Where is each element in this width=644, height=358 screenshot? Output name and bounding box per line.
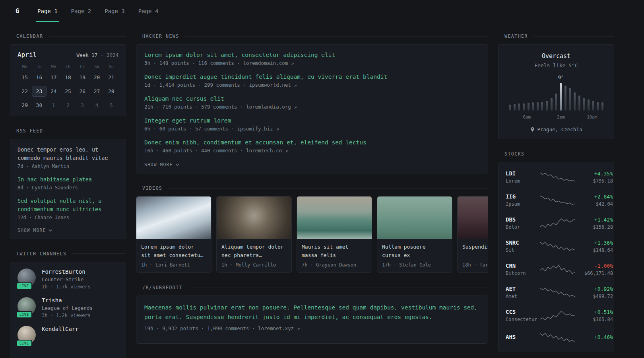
video-card[interactable]: Mauris sit amet massa felis 7h · Grayson… — [297, 196, 372, 273]
hn-domain-link[interactable]: loremlandia.org ↗ — [246, 104, 297, 110]
stock-symbol: AET — [506, 286, 540, 292]
stock-name: Bitcorn — [506, 270, 540, 276]
rss-show-more-label: SHOW MORE — [17, 228, 46, 233]
stock-row[interactable]: AHS +0.46% — [499, 327, 614, 348]
stocks-section: STOCKS LDI Lorem +4.35% $795.18 IIG — [498, 151, 614, 352]
video-card[interactable]: Lorem ipsum dolor sit amet consectetu… 1… — [136, 196, 211, 273]
hn-show-more-button[interactable]: SHOW MORE — [144, 162, 179, 167]
twitch-channel[interactable]: LIVE KendallCarr — [17, 326, 118, 344]
twitch-channel[interactable]: LIVE Trisha League of Legends 3h · 1.2k … — [17, 297, 118, 318]
hn-item-title[interactable]: Lorem ipsum dolor sit amet, consectetur … — [144, 52, 480, 58]
channel-game: Counter-Strike — [42, 276, 91, 282]
calendar-week-year: Week 17 · 2024 — [77, 52, 118, 58]
hn-meta-text: 6h · 60 points · 57 comments · — [144, 126, 237, 132]
hn-meta-text: 16h · 468 points · 440 comments · — [144, 148, 246, 154]
chevron-down-icon — [48, 229, 52, 232]
calendar-day: 2 — [61, 100, 75, 110]
calendar-dow: Fr — [75, 64, 89, 69]
hn-item-title[interactable]: Donec enim nibh, condimentum et accumsan… — [144, 139, 480, 146]
rss-item[interactable]: Donec tempor eros leo, ut commodo mauris… — [17, 146, 118, 169]
rss-item-title[interactable]: In hac habitasse platea — [17, 175, 118, 184]
rss-item-title[interactable]: Donec tempor eros leo, ut commodo mauris… — [17, 146, 118, 162]
rss-item[interactable]: Sed volutpat nulla nisl, a condimentum n… — [17, 197, 118, 220]
calendar-grid: Mo Tu We Th Fr Sa Su 15 16 17 18 19 20 2… — [17, 64, 118, 110]
tab-page-4[interactable]: Page 4 — [137, 0, 160, 22]
calendar-dow: We — [47, 64, 61, 69]
hn-item: Lorem ipsum dolor sit amet, consectetur … — [144, 52, 480, 66]
stock-name: Amet — [506, 294, 540, 299]
stock-sparkline — [540, 240, 575, 252]
stock-symbol: CCS — [506, 309, 540, 315]
video-title: Mauris sit amet massa felis — [302, 243, 367, 260]
app-logo[interactable]: G — [10, 0, 28, 22]
video-thumbnail — [458, 197, 488, 239]
reddit-domain-link[interactable]: loremnet.xyz ↗ — [258, 325, 300, 331]
rss-show-more-button[interactable]: SHOW MORE — [17, 228, 52, 233]
calendar-dow: Mo — [17, 64, 32, 69]
calendar-month: April — [17, 51, 37, 58]
stock-row[interactable]: IIG Ipsum +2.84% $42.04 — [499, 189, 614, 212]
stock-price: $165.84 — [575, 317, 613, 322]
live-badge: LIVE — [16, 282, 32, 290]
hn-item-title[interactable]: Integer eget rutrum lorem — [144, 117, 480, 124]
stock-row[interactable]: CCS Consectetur +0.51% $165.84 — [499, 304, 614, 327]
calendar-day: 20 — [89, 72, 104, 82]
stock-price: $66,171.48 — [575, 270, 613, 276]
stock-row[interactable]: AET Amet +0.92% $499.72 — [499, 281, 614, 304]
hn-domain-link[interactable]: ipsumify.biz ↗ — [237, 126, 279, 132]
stock-row[interactable]: DBS Dolor +1.42% $156.28 — [499, 212, 614, 235]
video-card[interactable]: Nullam posuere cursus ex 17h · Stefan Co… — [377, 196, 452, 273]
tab-page-2[interactable]: Page 2 — [70, 0, 93, 22]
stock-name: Ipsum — [506, 201, 540, 207]
video-card[interactable]: Suspendisse diam 18h · Tara — [457, 196, 488, 273]
avatar: LIVE — [17, 326, 36, 344]
hn-domain-link[interactable]: loremdomain.com ↗ — [243, 60, 294, 66]
calendar-day: 1 — [47, 100, 61, 110]
tab-page-3[interactable]: Page 3 — [103, 0, 126, 22]
hn-meta-text: 3h · 148 points · 116 comments · — [144, 60, 243, 66]
calendar-day: 19 — [75, 72, 89, 82]
stock-sparkline — [540, 217, 575, 229]
stock-symbol: DBS — [506, 216, 540, 223]
stock-price: $148.64 — [575, 247, 613, 253]
hn-item-title[interactable]: Aliquam nec cursus elit — [144, 95, 480, 102]
calendar-day: 26 — [75, 86, 89, 96]
stock-row[interactable]: SNRC Sit +1.36% $148.64 — [499, 235, 614, 258]
channel-name: Trisha — [42, 297, 93, 304]
stock-row[interactable]: LDI Lorem +4.35% $795.18 — [499, 165, 614, 189]
rss-item-title[interactable]: Sed volutpat nulla nisl, a condimentum n… — [17, 197, 118, 214]
stock-sparkline — [540, 309, 575, 321]
calendar-day: 25 — [61, 86, 75, 96]
top-nav: G Page 1 Page 2 Page 3 Page 4 — [0, 0, 644, 22]
stock-row[interactable]: CRN Bitcorn -1.00% $66,171.48 — [499, 258, 614, 281]
calendar-day-selected: 23 — [32, 86, 46, 97]
channel-game: League of Legends — [42, 305, 93, 311]
video-thumbnail — [297, 197, 372, 239]
twitch-channel[interactable]: LIVE ForrestBurton Counter-Strike 1h · 1… — [17, 268, 118, 290]
left-column: CALENDAR April Week 17 · 2024 Mo Tu We T… — [10, 33, 126, 358]
video-title: Nullam posuere cursus ex — [382, 243, 447, 260]
stock-price: $156.28 — [575, 224, 613, 230]
video-meta: 1h · Lori Barnett — [141, 262, 206, 268]
videos-section-title: VIDEOS — [136, 185, 488, 191]
tab-page-1[interactable]: Page 1 — [36, 0, 59, 22]
calendar-day: 5 — [104, 100, 118, 110]
hn-domain-link[interactable]: ipsumworld.net ↗ — [249, 82, 297, 88]
calendar-section: CALENDAR April Week 17 · 2024 Mo Tu We T… — [10, 33, 126, 116]
hacker-news-section: HACKER NEWS Lorem ipsum dolor sit amet, … — [136, 33, 488, 173]
reddit-post-title[interactable]: Maecenas mollis pulvinar erat non posuer… — [144, 303, 480, 322]
twitch-section-title: TWITCH CHANNELS — [10, 251, 126, 257]
stocks-section-title: STOCKS — [498, 151, 614, 157]
calendar-day: 27 — [89, 86, 104, 96]
stock-change: -1.00% — [575, 263, 613, 269]
calendar-day: 4 — [89, 100, 104, 110]
video-card[interactable]: Aliquam tempor dolor nec pharetra… 1h · … — [216, 196, 292, 273]
calendar-section-title: CALENDAR — [10, 33, 126, 39]
hn-domain-link[interactable]: loremtech.co ↗ — [246, 148, 288, 154]
stock-change: +1.42% — [575, 217, 613, 223]
rss-item[interactable]: In hac habitasse platea 8d · Cynthia Sau… — [17, 175, 118, 191]
rss-item-meta: 12d · Chance Jones — [17, 215, 118, 220]
videos-section: VIDEOS Lorem ipsum dolor sit amet consec… — [136, 185, 488, 273]
calendar-widget: April Week 17 · 2024 Mo Tu We Th Fr Sa S… — [10, 44, 126, 116]
hn-item-title[interactable]: Donec imperdiet augue tincidunt felis al… — [144, 74, 480, 80]
